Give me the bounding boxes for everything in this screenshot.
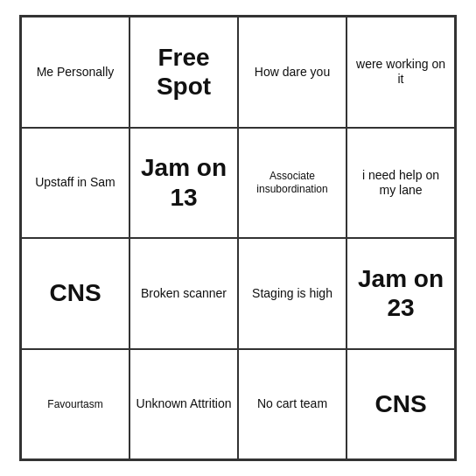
bingo-card: Me PersonallyFree SpotHow dare youwere w… — [19, 15, 457, 461]
bingo-cell-r1c2: Associate insubordination — [238, 128, 346, 239]
bingo-cell-r0c2: How dare you — [238, 17, 346, 128]
bingo-cell-r3c0: Favourtasm — [21, 349, 130, 460]
bingo-cell-r2c2: Staging is high — [238, 238, 346, 349]
bingo-cell-r1c0: Upstaff in Sam — [21, 128, 130, 239]
bingo-cell-r3c2: No cart team — [238, 349, 346, 460]
bingo-cell-r1c1: Jam on 13 — [130, 128, 238, 239]
bingo-cell-r3c1: Unknown Attrition — [130, 349, 238, 460]
bingo-cell-r3c3: CNS — [346, 349, 455, 460]
bingo-cell-r0c3: were working on it — [346, 17, 455, 128]
bingo-cell-r1c3: i need help on my lane — [346, 128, 455, 239]
bingo-cell-r2c1: Broken scanner — [130, 238, 238, 349]
bingo-cell-r2c0: CNS — [21, 238, 130, 349]
bingo-cell-r0c0: Me Personally — [21, 17, 130, 128]
bingo-cell-r0c1: Free Spot — [130, 17, 238, 128]
bingo-cell-r2c3: Jam on 23 — [346, 238, 455, 349]
